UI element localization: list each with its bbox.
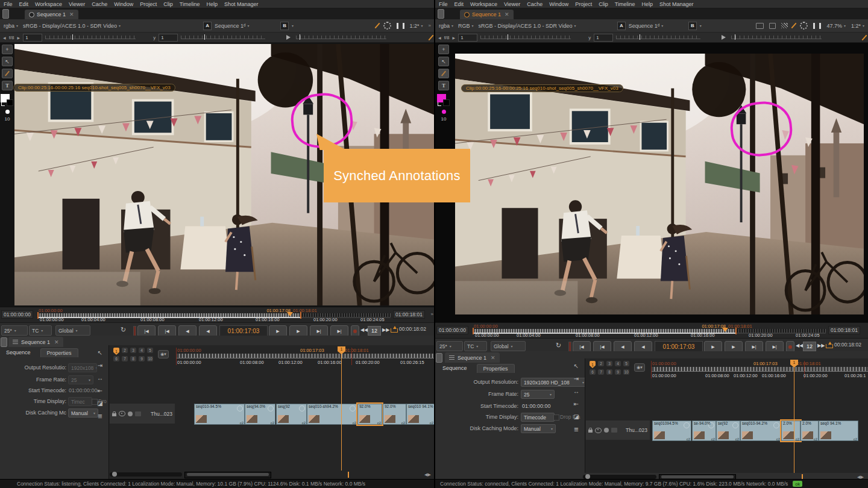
- color-swatch[interactable]: [1, 94, 14, 106]
- volume-slider[interactable]: [296, 36, 386, 39]
- tag-badge[interactable]: 7: [122, 356, 128, 361]
- tag-badge[interactable]: 3: [130, 348, 136, 353]
- gain-slider[interactable]: [480, 36, 571, 39]
- menu-file[interactable]: File: [439, 1, 448, 7]
- tag-badge[interactable]: 8: [130, 356, 136, 361]
- timeline-clip[interactable]: seq010-sh94.2% c2: [307, 404, 357, 425]
- timeline-clip[interactable]: se(92 c2: [716, 421, 740, 441]
- trim-tool-icon[interactable]: ⇥: [95, 361, 105, 369]
- out-point-marker[interactable]: [300, 312, 301, 319]
- brush-size-value[interactable]: 10: [441, 116, 447, 122]
- brush-size-dot[interactable]: [442, 110, 446, 114]
- close-icon[interactable]: ✕: [69, 11, 74, 17]
- menu-cache[interactable]: Cache: [92, 1, 107, 7]
- time-display-toggle[interactable]: Timecode: [521, 413, 555, 422]
- input-b-dropdown[interactable]: B: [280, 22, 316, 30]
- disable-icon[interactable]: [128, 411, 133, 416]
- annotation-pen-icon[interactable]: [374, 23, 380, 29]
- pointer-tool-icon[interactable]: ↖: [438, 57, 449, 66]
- viewer-canvas[interactable]: Clip:00:00:25:16-00:00:25:16 seq010-shot…: [435, 43, 868, 322]
- timeline-playhead[interactable]: [341, 348, 342, 471]
- channels-dropdown[interactable]: rgba: [4, 23, 18, 29]
- horizontal-scrollbar[interactable]: [184, 472, 271, 478]
- menu-shot-manager[interactable]: Shot Manager: [659, 1, 694, 7]
- timecode-mode-dropdown[interactable]: TC: [464, 341, 487, 351]
- timeline-clip[interactable]: seq010-94.2% c2: [740, 421, 781, 441]
- in-point-marker[interactable]: [473, 328, 474, 334]
- tab-sequence[interactable]: Sequence: [438, 364, 472, 373]
- brush-size-value[interactable]: 10: [5, 116, 10, 122]
- menu-edit[interactable]: Edit: [19, 1, 29, 7]
- volume-icon[interactable]: [286, 35, 293, 40]
- panel-chooser-icon[interactable]: [1, 337, 7, 347]
- fullscreen-icon[interactable]: [769, 23, 776, 29]
- tag-badge[interactable]: 3: [606, 361, 612, 366]
- in-point-marker[interactable]: [37, 312, 39, 319]
- menu-clip[interactable]: Clip: [163, 1, 173, 7]
- display-transform-dropdown[interactable]: sRGB - Display/ACES 1.0 - SDR Video: [23, 23, 143, 29]
- add-annotation-icon[interactable]: +: [2, 45, 13, 54]
- settings-gear-icon[interactable]: [383, 22, 391, 30]
- tag-badge[interactable]: 6: [113, 356, 119, 361]
- menu-edit[interactable]: Edit: [454, 1, 464, 7]
- time-display-toggle[interactable]: Timec: [68, 397, 92, 406]
- tag-badge[interactable]: 2: [122, 348, 128, 353]
- gamma-slider[interactable]: [616, 36, 700, 39]
- move-tool-icon[interactable]: ↖: [95, 349, 105, 357]
- lock-icon[interactable]: [112, 413, 116, 416]
- fps-dropdown[interactable]: 25*: [436, 341, 463, 351]
- tag-badge[interactable]: 9: [615, 369, 621, 375]
- fstop-increment-icon[interactable]: ▶: [453, 36, 456, 40]
- viewer-tab[interactable]: Sequence 1 ✕: [25, 10, 78, 19]
- menu-shot-manager[interactable]: Shot Manager: [224, 1, 259, 7]
- out-point-marker[interactable]: [735, 328, 737, 334]
- tag-badge[interactable]: 7: [598, 369, 604, 375]
- tl-ruler-band[interactable]: [176, 354, 434, 358]
- disable-icon[interactable]: [604, 428, 609, 433]
- panel-chooser-icon[interactable]: [2, 9, 9, 19]
- range-dropdown[interactable]: Global: [55, 325, 90, 336]
- drop-frame-checkbox[interactable]: [553, 414, 559, 421]
- razor-tool-icon[interactable]: ◪: [571, 413, 581, 421]
- viewer-timeline-ruler[interactable]: 01:00:00:00 01:00:17:08 01:00:18:01 01:0…: [473, 323, 826, 338]
- menu-help[interactable]: Help: [642, 1, 653, 7]
- input-a-dropdown[interactable]: A Sequence 1ᵈ: [203, 22, 275, 30]
- menu-workspace[interactable]: Workspace: [35, 1, 62, 7]
- annotation-pen-icon[interactable]: [791, 23, 797, 29]
- zoom-slider[interactable]: [110, 472, 182, 477]
- frame-step-value[interactable]: 12: [803, 342, 816, 351]
- tag-filter-button[interactable]: ◉▾: [158, 350, 169, 358]
- fstop-decrement-icon[interactable]: ◀: [3, 36, 6, 40]
- annotation-pen-icon[interactable]: [862, 34, 867, 40]
- volume-icon[interactable]: [722, 35, 728, 40]
- tag-badge[interactable]: 10: [623, 369, 629, 375]
- frame-rate-select[interactable]: 25: [521, 390, 555, 399]
- panel-chooser-icon[interactable]: [436, 353, 442, 363]
- tag-badge[interactable]: 4: [139, 348, 145, 353]
- fstop-decrement-icon[interactable]: ◀: [438, 36, 441, 40]
- settings-gear-icon[interactable]: [800, 22, 808, 30]
- fast-forward-icon[interactable]: ▶▶: [382, 327, 389, 333]
- timeline-clip[interactable]: 2.0% c2: [800, 421, 819, 441]
- viewer-timeline[interactable]: 01:00:00:00 01:00:00:00 01:00:17:08 01:0…: [0, 307, 435, 322]
- brush-size-dot[interactable]: [5, 110, 10, 114]
- menu-window[interactable]: Window: [549, 1, 568, 7]
- slip-tool-icon[interactable]: ↔: [95, 374, 105, 382]
- tag-filter-button[interactable]: ◉▾: [634, 363, 645, 372]
- loop-mode-icon[interactable]: ↻: [121, 327, 126, 333]
- loop-mode-icon[interactable]: ↻: [556, 342, 561, 349]
- visibility-eye-icon[interactable]: [595, 428, 602, 433]
- tag-badge[interactable]: 6: [590, 369, 596, 375]
- gain-value[interactable]: 1: [458, 34, 477, 42]
- menu-timeline[interactable]: Timeline: [180, 1, 200, 7]
- retime-tool-icon[interactable]: ≣: [571, 425, 581, 433]
- slide-tool-icon[interactable]: ⇤: [571, 400, 581, 408]
- panel-chooser-icon[interactable]: [438, 9, 444, 19]
- fps-dropdown[interactable]: 25*: [1, 325, 28, 336]
- timeline-clip[interactable]: seq010 94.1% c2: [406, 404, 435, 425]
- proxy-dropdown[interactable]: 1:2*: [410, 23, 423, 29]
- display-transform-dropdown[interactable]: sRGB - Display/ACES 1.0 - SDR Video: [479, 23, 581, 29]
- pen-tool-icon[interactable]: [2, 69, 13, 78]
- menu-window[interactable]: Window: [114, 1, 133, 7]
- fast-forward-icon[interactable]: ▶▶: [817, 343, 825, 348]
